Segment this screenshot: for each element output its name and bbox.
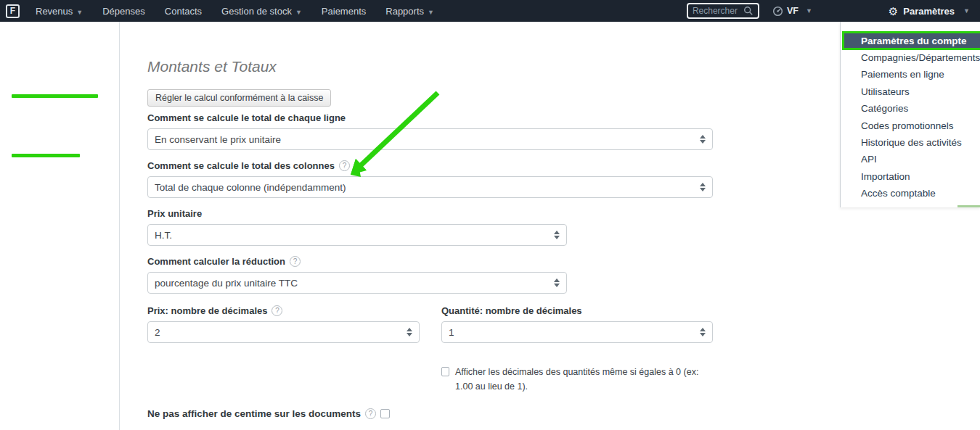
settings-label: Paramètres [903,6,955,17]
qty-decimals-label: Quantité: nombre de décimales [441,305,582,316]
line-total-select[interactable]: En conservant le prix unitaire [147,128,713,150]
columns-total-label: Comment se calcule le total des colonnes… [147,160,350,171]
chevron-down-icon: ▼ [428,9,434,16]
settings-dropdown: Paramètres du compte Compagnies/Départem… [840,22,980,207]
annotation-underline-options [12,94,98,98]
navbar-right: VF ▼ ⚙ Paramètres ▼ [687,3,980,19]
columns-total-value: Total de chaque colonne (indépendamment) [155,182,346,193]
menu-item-label: Paramètres du compte [844,36,967,46]
settings-sidebar [0,22,120,430]
annotation-pale-green-line [957,205,980,207]
no-cents-row: Ne pas afficher de centime sur les docum… [147,408,390,419]
line-total-value: En conservant le prix unitaire [155,134,281,145]
nav-menu: Revenus▼ Dépenses Contacts Gestion de st… [36,6,434,17]
unit-price-label: Prix unitaire [147,208,202,219]
unit-price-select[interactable]: H.T. [147,224,567,246]
search-input[interactable] [693,6,743,16]
nav-item-gestion-de-stock[interactable]: Gestion de stock▼ [221,6,302,17]
menu-item-compagnies[interactable]: Compagnies/Départements [841,49,980,66]
nav-item-rapports[interactable]: Rapports▼ [385,6,434,17]
show-qty-decimals-label: Afficher les décimales des quantités mêm… [455,365,716,394]
menu-item-acces-comptable[interactable]: Accès comptable [841,185,980,202]
settings-menu-trigger[interactable]: ⚙ Paramètres ▼ [889,6,970,17]
account-switcher[interactable]: VF ▼ [772,6,812,17]
qty-decimals-value: 1 [449,327,454,338]
select-arrows-icon [700,183,706,191]
menu-item-codes-promotionnels[interactable]: Codes promotionnels [841,117,980,134]
menu-item-parametres-du-compte[interactable]: Paramètres du compte [842,31,980,50]
settings-menu-list: Compagnies/Départements Paiements en lig… [841,49,980,202]
top-navbar: F Revenus▼ Dépenses Contacts Gestion de … [0,0,980,22]
menu-item-paiements-en-ligne[interactable]: Paiements en ligne [841,66,980,83]
help-icon[interactable]: ? [339,160,350,171]
unit-price-value: H.T. [155,230,172,241]
help-icon[interactable]: ? [365,408,376,419]
nav-item-depenses[interactable]: Dépenses [102,6,145,17]
nav-item-revenus[interactable]: Revenus▼ [36,6,83,17]
search-box[interactable] [687,3,759,19]
price-decimals-select[interactable]: 2 [147,321,420,343]
help-icon[interactable]: ? [271,305,282,316]
price-decimals-label: Prix: nombre de décimales ? [147,305,282,316]
menu-item-utilisateurs[interactable]: Utilisateurs [841,83,980,100]
no-cents-label: Ne pas afficher de centime sur les docum… [147,408,361,419]
select-arrows-icon [407,328,412,336]
search-icon[interactable] [743,6,754,16]
cash-calculation-button[interactable]: Régler le calcul conformément à la caiss… [147,89,331,107]
chevron-down-icon: ▼ [963,7,970,15]
select-arrows-icon [554,278,560,287]
page-title: Montants et Totaux [147,58,277,75]
nav-item-paiements[interactable]: Paiements [322,6,366,17]
columns-total-select[interactable]: Total de chaque colonne (indépendamment) [147,176,713,198]
menu-item-api[interactable]: API [841,151,980,168]
discount-select[interactable]: pourcentage du prix unitaire TTC [147,272,567,294]
account-label: VF [787,6,799,16]
chevron-down-icon: ▼ [806,7,812,15]
line-total-label: Comment se calcule le total de chaque li… [147,112,346,123]
discount-label: Comment calculer la réduction ? [147,256,301,267]
price-decimals-value: 2 [155,327,160,338]
select-arrows-icon [700,135,706,144]
show-qty-decimals-checkbox[interactable] [441,367,449,376]
menu-item-historique[interactable]: Historique des activités [841,134,980,151]
gear-icon: ⚙ [889,6,898,17]
menu-item-categories[interactable]: Catégories [841,100,980,117]
discount-value: pourcentage du prix unitaire TTC [155,278,298,289]
annotation-underline-montants [12,154,80,157]
chevron-down-icon: ▼ [76,9,83,16]
help-icon[interactable]: ? [290,256,301,267]
qty-decimals-select[interactable]: 1 [441,321,713,343]
nav-item-contacts[interactable]: Contacts [165,6,202,17]
chevron-down-icon: ▼ [295,9,302,16]
select-arrows-icon [554,231,560,239]
app-logo[interactable]: F [6,4,20,18]
menu-item-importation[interactable]: Importation [841,168,980,185]
no-cents-checkbox[interactable] [380,409,390,418]
gauge-icon [772,6,783,17]
qty-decimals-checkbox-row: Afficher les décimales des quantités mêm… [441,367,716,394]
select-arrows-icon [700,328,706,336]
